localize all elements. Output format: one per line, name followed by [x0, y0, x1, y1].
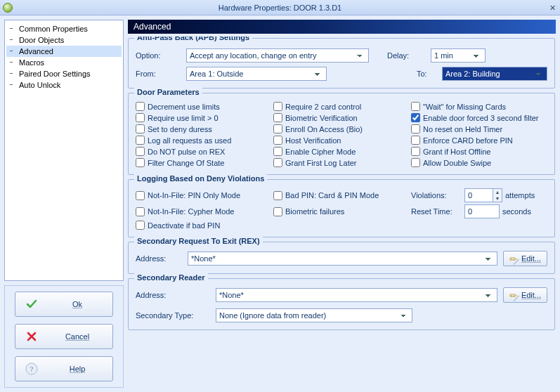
- reader-address-select[interactable]: *None*: [216, 288, 497, 302]
- svg-text:?: ?: [30, 365, 34, 373]
- door-params-group: Door Parameters Decrement use limits Req…: [128, 93, 555, 175]
- secondary-type-select[interactable]: None (Ignore data from reader): [216, 308, 412, 322]
- door-params-title: Door Parameters: [134, 88, 202, 96]
- nav-tree: Common Properties Door Objects Advanced …: [4, 20, 124, 281]
- chk-grant-if-host-offline[interactable]: Grant if Host Offline: [411, 147, 547, 156]
- apb-delay-select[interactable]: 1 min: [431, 48, 486, 63]
- edit-label: Edit...: [521, 291, 541, 299]
- apb-to-select[interactable]: Area 2: Building: [442, 67, 547, 81]
- app-icon: [3, 3, 13, 13]
- violations-label: Violations:: [411, 191, 462, 200]
- rex-title: Secondary Request To Exit (REX): [134, 237, 263, 245]
- ok-button[interactable]: Ok: [15, 292, 113, 317]
- help-button[interactable]: ? Help: [15, 356, 113, 381]
- nav-macros[interactable]: Macros: [6, 57, 122, 68]
- pencil-icon: ✎: [507, 252, 519, 265]
- chk-enable-door-forced-filter[interactable]: Enable door forced 3 second filter: [411, 113, 547, 122]
- chk-do-not-pulse-rex[interactable]: Do NOT pulse on REX: [136, 147, 272, 156]
- secondary-type-label: Secondary Type:: [136, 311, 210, 320]
- violations-unit: attempts: [505, 191, 535, 200]
- chk-enroll-on-access[interactable]: Enroll On Access (Bio): [273, 124, 410, 133]
- reader-address-label: Address:: [136, 291, 210, 299]
- secondary-reader-title: Secondary Reader: [134, 273, 208, 282]
- chk-biometric-failures[interactable]: Biometric failures: [273, 204, 410, 218]
- chk-bad-pin-card-pin[interactable]: Bad PIN: Card & PIN Mode: [273, 188, 410, 202]
- logging-group: Logging Based on Deny Violations Not-In-…: [128, 179, 555, 237]
- help-icon: ?: [25, 362, 38, 375]
- title-bar: Hardware Properties: DOOR 1.3.D1 ✕: [0, 0, 560, 15]
- rex-address-select[interactable]: *None*: [188, 251, 497, 266]
- chk-deactivate-bad-pin[interactable]: Deactivate if bad PIN: [136, 221, 272, 230]
- edit-label: Edit...: [521, 254, 541, 263]
- apb-from-select[interactable]: Area 1: Outside: [186, 67, 327, 81]
- secondary-reader-group: Secondary Reader Address: *None* ✎ Edit.…: [128, 278, 555, 330]
- chk-enforce-card-before-pin[interactable]: Enforce CARD before PIN: [411, 136, 547, 145]
- chk-wait-missing-cards[interactable]: "Wait" for Missing Cards: [411, 102, 547, 111]
- chk-require-use-limit[interactable]: Require use limit > 0: [136, 113, 272, 122]
- apb-from-label: From:: [136, 70, 182, 78]
- rex-group: Secondary Request To Exit (REX) Address:…: [128, 242, 555, 274]
- reset-time-input[interactable]: [464, 204, 500, 218]
- chk-biometric-verification[interactable]: Biometric Verification: [273, 113, 410, 122]
- chk-no-reset-held-timer[interactable]: No reset on Held Timer: [411, 124, 547, 133]
- button-stack: Ok Cancel ? Help: [4, 285, 124, 388]
- rex-edit-button[interactable]: ✎ Edit...: [503, 251, 547, 266]
- window-title: Hardware Properties: DOOR 1.3.D1: [13, 0, 547, 15]
- apb-option-label: Option:: [136, 51, 182, 60]
- ok-label: Ok: [52, 300, 103, 308]
- apb-title: Anti-Pass Back (APB) Settings: [134, 37, 252, 41]
- nav-common-properties[interactable]: Common Properties: [6, 23, 122, 34]
- nav-paired-door-settings[interactable]: Paired Door Settings: [6, 68, 122, 79]
- reset-time-unit: seconds: [502, 207, 531, 216]
- rex-address-label: Address:: [136, 254, 182, 263]
- chk-decrement-use-limits[interactable]: Decrement use limits: [136, 102, 272, 111]
- reset-time-label: Reset Time:: [411, 207, 462, 216]
- chk-grant-first-log-later[interactable]: Grant First Log Later: [273, 158, 410, 167]
- chk-nif-pin-only[interactable]: Not-In-File: PIN Only Mode: [136, 188, 272, 202]
- pencil-icon: ✎: [507, 289, 519, 301]
- check-icon: [25, 298, 38, 311]
- violations-input[interactable]: [464, 188, 493, 202]
- apb-delay-label: Delay:: [387, 51, 426, 60]
- reader-edit-button[interactable]: ✎ Edit...: [503, 287, 547, 303]
- logging-title: Logging Based on Deny Violations: [134, 174, 267, 183]
- apb-to-label: To:: [417, 70, 438, 78]
- help-label: Help: [52, 365, 103, 373]
- chk-log-all-requests[interactable]: Log all requests as used: [136, 136, 272, 145]
- chk-nif-cypher[interactable]: Not-In-File: Cypher Mode: [136, 204, 272, 218]
- cancel-button[interactable]: Cancel: [15, 324, 113, 349]
- chk-set-deny-duress[interactable]: Set to deny duress: [136, 124, 272, 133]
- nav-auto-unlock[interactable]: Auto Unlock: [6, 79, 122, 91]
- cancel-label: Cancel: [52, 332, 103, 341]
- apb-option-select[interactable]: Accept any location, change on entry: [186, 48, 369, 63]
- nav-door-objects[interactable]: Door Objects: [6, 34, 122, 46]
- chk-allow-double-swipe[interactable]: Allow Double Swipe: [411, 158, 547, 167]
- chk-require-2-card[interactable]: Require 2 card control: [273, 102, 410, 111]
- chk-enable-cipher-mode[interactable]: Enable Cipher Mode: [273, 147, 410, 156]
- apb-group: Anti-Pass Back (APB) Settings Option: Ac…: [128, 38, 555, 89]
- x-icon: [25, 330, 38, 343]
- chk-host-verification[interactable]: Host Verification: [273, 136, 410, 145]
- violations-spinner[interactable]: ▲▼: [464, 188, 502, 202]
- chk-filter-change-of-state[interactable]: Filter Change Of State: [136, 158, 272, 167]
- panel-header: Advanced: [128, 20, 556, 34]
- close-icon[interactable]: ✕: [547, 3, 557, 13]
- nav-advanced[interactable]: Advanced: [6, 46, 122, 57]
